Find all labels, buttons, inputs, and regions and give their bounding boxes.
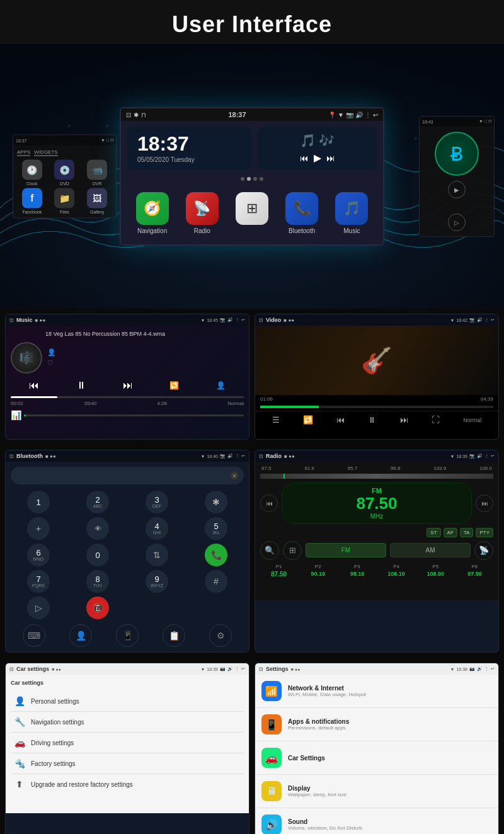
app-music[interactable]: 🎵 Music: [331, 192, 372, 234]
video-repeat-btn[interactable]: 🔁: [303, 415, 313, 425]
dial-arrow[interactable]: ▷: [27, 597, 50, 619]
display-icon-box: 🖥: [261, 781, 282, 801]
music-widget: 🎵 🎶 ⏮ ▶ ⏭: [258, 127, 377, 169]
bt-dialpad-btn[interactable]: ⌨: [23, 624, 45, 647]
more-icon: ⋮: [365, 111, 371, 118]
bt-clear-button[interactable]: ✕: [230, 471, 239, 480]
side-app-clock[interactable]: 🕐 Clock: [17, 160, 47, 186]
dial-eye[interactable]: 👁: [86, 517, 109, 540]
bt-phone-btn[interactable]: 📱: [116, 624, 139, 647]
dial-2[interactable]: 2ABC: [86, 491, 109, 513]
bt-play-button[interactable]: ▶: [448, 181, 466, 198]
side-app-dvr[interactable]: 📹 DVR: [82, 160, 112, 186]
app-bluetooth[interactable]: 📞 Bluetooth: [282, 192, 322, 234]
video-list-btn[interactable]: ☰: [272, 415, 280, 425]
dial-7[interactable]: 7PQRS: [27, 570, 50, 593]
car-settings-driving[interactable]: 🚗 Driving settings: [11, 733, 244, 753]
side-app-facebook[interactable]: f Facebook: [17, 188, 47, 214]
prev-track-button[interactable]: ⏮: [29, 380, 39, 391]
dial-1[interactable]: 1: [27, 491, 50, 513]
video-prev-btn[interactable]: ⏮: [336, 415, 345, 425]
car-settings-personal[interactable]: 👤 Personal settings: [11, 691, 244, 712]
video-next-btn[interactable]: ⏭: [400, 415, 408, 425]
side-app-gallery[interactable]: 🖼 Gallery: [82, 188, 112, 214]
car-settings-factory[interactable]: 🔩 Factory settings: [11, 753, 244, 774]
next-button[interactable]: ⏭: [326, 153, 335, 163]
bt-contact-btn[interactable]: 👤: [69, 624, 92, 647]
car-settings-navigation[interactable]: 🔧 Navigation settings: [11, 712, 244, 733]
sys-panel-icons: ▼ 18:38 📷 🔊 ⋮ ↩: [450, 666, 495, 671]
repeat-button[interactable]: 🔁: [169, 381, 179, 390]
preset-p1[interactable]: P1 87.50: [260, 564, 297, 578]
person-btn[interactable]: 👤: [216, 381, 226, 390]
dial-6[interactable]: 6MNO: [27, 544, 50, 566]
preset-p3-freq: 98.10: [338, 571, 375, 577]
radio-am-btn[interactable]: AM: [390, 543, 471, 557]
preset-p2[interactable]: P2 90.10: [299, 564, 336, 578]
radio-more: ⋮: [484, 454, 489, 459]
radio-signal: ▼: [450, 454, 455, 459]
dial-8[interactable]: 8TUV: [86, 570, 109, 593]
apps-icon: ⊞: [236, 192, 268, 225]
music-home-icon: ⊡: [9, 317, 14, 323]
play-button[interactable]: ▶: [314, 152, 321, 164]
side-app-files[interactable]: 📁 Files: [50, 188, 80, 214]
files-icon: 📁: [54, 188, 74, 208]
pause-button[interactable]: ⏸: [76, 380, 86, 391]
prev-button[interactable]: ⏮: [300, 153, 309, 163]
sys-item-apps[interactable]: 📱 Apps & notifications Permissions, defa…: [255, 708, 498, 741]
radio-antenna-btn[interactable]: 📡: [474, 541, 493, 560]
preset-p4[interactable]: P4 106.10: [378, 564, 415, 578]
radio-panel-statusbar: ⊡ Radio ■ ●● ▼ 18:39 📷 🔊 ⋮ ↩: [255, 450, 498, 462]
app-radio[interactable]: 📡 Radio: [182, 192, 222, 234]
video-thumbnail: 🎸: [255, 326, 498, 395]
dial-4[interactable]: 4GHI: [146, 517, 168, 540]
sys-item-display[interactable]: 🖥 Display Wallpaper, sleep, font size: [255, 775, 498, 808]
sys-item-network[interactable]: 📶 Network & Internet Wi-Fi, Mobile, Data…: [255, 675, 498, 708]
app-apps[interactable]: ⊞: [232, 192, 272, 234]
radio-vol: 🔊: [477, 454, 483, 459]
preset-p5[interactable]: P5 108.00: [417, 564, 454, 578]
music-eq-icon: 📊: [11, 410, 21, 420]
dial-5[interactable]: 5JKL: [205, 517, 227, 540]
side-screen-left: 18:37 ▼ □ ⊓ APPS WIDGETS 🕐 Clock 💿 DVD 📹: [13, 135, 117, 219]
side-app-dvd[interactable]: 💿 DVD: [50, 160, 80, 186]
preset-p6[interactable]: P6 87.50: [456, 564, 493, 578]
music-panel-title: Music: [16, 317, 33, 323]
video-fullscreen-btn[interactable]: ⛶: [432, 415, 440, 425]
radio-next-btn[interactable]: ⏭: [476, 494, 493, 512]
video-pause-btn[interactable]: ⏸: [368, 415, 376, 425]
next-track-button[interactable]: ⏭: [123, 380, 133, 391]
sys-item-car[interactable]: 🚗 Car Settings: [255, 741, 498, 775]
radio-grid-btn[interactable]: ⊞: [283, 541, 302, 560]
dial-call-button[interactable]: 📞: [205, 544, 227, 566]
bt-note-btn[interactable]: 📋: [163, 624, 185, 647]
dial-plus[interactable]: +: [27, 517, 50, 540]
car-settings-upgrade[interactable]: ⬆ Upgrade and restore factory settings: [11, 774, 244, 794]
video-back: ↩: [491, 317, 495, 323]
radio-fm-btn[interactable]: FM: [306, 543, 386, 557]
preset-p3[interactable]: P3 98.10: [338, 564, 375, 578]
car-text: Car Settings: [288, 755, 325, 762]
bt-settings-btn[interactable]: ⚙: [209, 624, 232, 647]
dial-end-button[interactable]: 📵: [86, 597, 109, 619]
dial-hash[interactable]: #: [205, 570, 227, 593]
tab-widgets[interactable]: WIDGETS: [34, 149, 57, 156]
app-navigation[interactable]: 🧭 Navigation: [132, 192, 173, 234]
home-icon: ⊡: [126, 111, 131, 118]
preset-p3-label: P3: [338, 564, 375, 569]
bt-app-icon: 📞: [285, 192, 318, 225]
dial-0[interactable]: 0: [86, 544, 109, 566]
personal-icon: 👤: [13, 696, 26, 706]
car-icon-box: 🚗: [261, 748, 282, 768]
sys-item-sound[interactable]: 🔊 Sound Volume, vibration, Do Not Distur…: [255, 808, 498, 834]
radio-search-btn[interactable]: 🔍: [260, 541, 279, 560]
bt-next-button[interactable]: ▷: [448, 214, 466, 231]
radio-prev-btn[interactable]: ⏮: [260, 494, 278, 512]
radio-panel-body: 87.5 91.6 95.7 99.8 103.9 108.0 ⏮ FM 87.…: [255, 462, 498, 600]
dial-star[interactable]: ✱: [205, 491, 227, 513]
dial-9[interactable]: 9WXYZ: [146, 570, 168, 593]
dial-3[interactable]: 3DEF: [146, 491, 168, 513]
dial-swap[interactable]: ⇅: [146, 544, 168, 566]
tab-apps[interactable]: APPS: [17, 149, 30, 156]
